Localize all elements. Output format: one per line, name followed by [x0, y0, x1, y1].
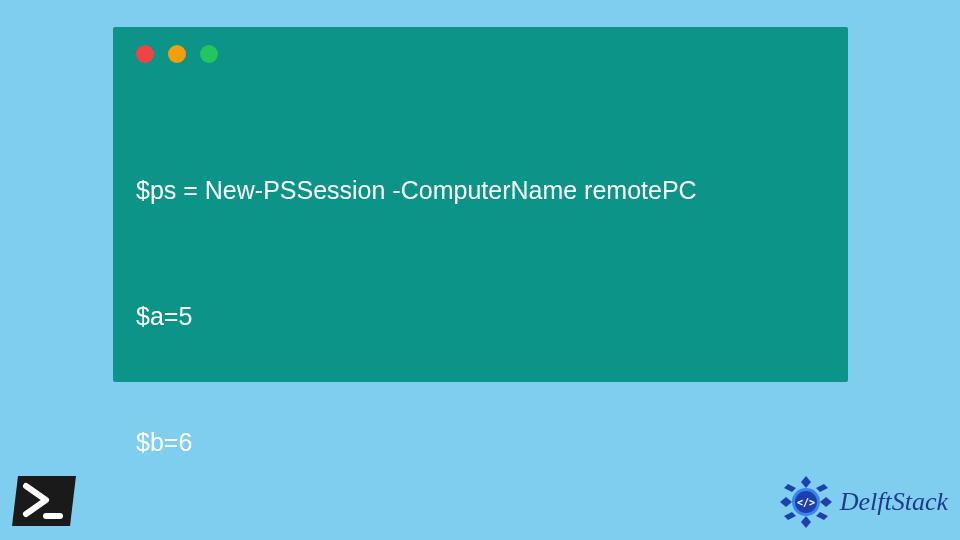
code-window: $ps = New-PSSession -ComputerName remote…	[113, 27, 848, 382]
code-line: $b=6	[136, 421, 828, 463]
code-content: $ps = New-PSSession -ComputerName remote…	[136, 85, 828, 540]
code-line: $a=5	[136, 295, 828, 337]
minimize-icon	[168, 45, 186, 63]
delftstack-logo-icon: </>	[776, 472, 836, 532]
maximize-icon	[200, 45, 218, 63]
powershell-icon	[10, 472, 80, 530]
brand-badge: </> DelftStack	[776, 472, 948, 532]
close-icon	[136, 45, 154, 63]
window-controls	[136, 45, 218, 63]
brand-name: DelftStack	[840, 487, 948, 517]
svg-text:</>: </>	[797, 497, 815, 508]
code-line: $ps = New-PSSession -ComputerName remote…	[136, 169, 828, 211]
